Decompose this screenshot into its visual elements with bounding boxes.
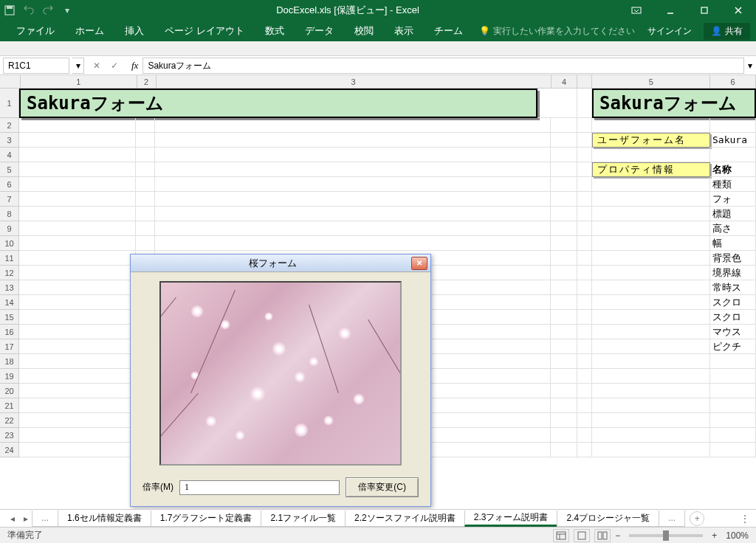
redo-icon[interactable] xyxy=(41,4,55,17)
tab-overflow[interactable]: ... xyxy=(32,511,58,527)
row-header[interactable]: 22 xyxy=(0,413,19,428)
cell[interactable]: ピクチ xyxy=(710,339,756,354)
cell[interactable] xyxy=(551,251,577,266)
cell[interactable] xyxy=(592,148,710,162)
dialog-close-button[interactable]: ✕ xyxy=(411,257,427,270)
cell[interactable] xyxy=(155,118,551,133)
tab-view[interactable]: 表示 xyxy=(384,21,424,41)
minimize-button[interactable] xyxy=(656,1,685,19)
cell[interactable] xyxy=(551,325,577,339)
cell[interactable] xyxy=(577,192,592,207)
zoom-level[interactable]: 100% xyxy=(726,530,749,541)
sheet-tab[interactable]: 1.6セル情報定義書 xyxy=(58,511,151,527)
tab-team[interactable]: チーム xyxy=(424,21,473,41)
view-pagelayout-icon[interactable] xyxy=(574,529,590,542)
row-header[interactable]: 7 xyxy=(0,192,19,207)
cell[interactable] xyxy=(19,280,136,295)
row-header[interactable]: 14 xyxy=(0,295,19,310)
cell[interactable]: プロパティ情報 xyxy=(592,162,710,177)
row-header[interactable]: 18 xyxy=(0,354,19,369)
cell[interactable] xyxy=(592,369,710,384)
cell[interactable] xyxy=(577,413,592,428)
cell[interactable]: フォ xyxy=(710,192,756,207)
cell[interactable] xyxy=(577,207,592,221)
cell[interactable]: 常時ス xyxy=(710,280,756,295)
row-header[interactable]: 8 xyxy=(0,207,19,221)
cell[interactable] xyxy=(577,295,592,310)
share-button[interactable]: 👤 共有 xyxy=(704,23,750,40)
cell[interactable] xyxy=(19,221,136,236)
cell[interactable] xyxy=(19,266,136,280)
cell[interactable] xyxy=(551,354,577,369)
cell[interactable] xyxy=(136,236,155,251)
cell[interactable] xyxy=(136,133,155,148)
cell[interactable] xyxy=(19,162,136,177)
enter-formula-icon[interactable]: ✓ xyxy=(106,58,123,74)
row-header[interactable]: 3 xyxy=(0,133,19,148)
cell[interactable] xyxy=(551,398,577,413)
sheet-tab[interactable]: 1.7グラフシート定義書 xyxy=(151,511,262,527)
tab-nav-prev[interactable]: ▸ xyxy=(19,511,32,526)
cell[interactable] xyxy=(577,280,592,295)
col-header[interactable]: 6 xyxy=(710,75,756,88)
cell[interactable]: 名称 xyxy=(710,162,756,177)
cell[interactable] xyxy=(136,148,155,162)
cell[interactable] xyxy=(136,207,155,221)
cell[interactable] xyxy=(592,118,710,133)
cell[interactable]: マウス xyxy=(710,325,756,339)
fx-icon[interactable]: fx xyxy=(131,60,138,72)
ratio-input[interactable] xyxy=(179,480,340,495)
zoom-in-button[interactable]: + xyxy=(712,530,717,541)
cell[interactable]: 背景色 xyxy=(710,251,756,266)
title-cell-2[interactable]: Sakuraフォーム xyxy=(592,89,756,118)
row-header[interactable]: 15 xyxy=(0,310,19,325)
row-header[interactable]: 11 xyxy=(0,251,19,266)
cell[interactable] xyxy=(551,339,577,354)
cell[interactable]: 高さ xyxy=(710,221,756,236)
cell[interactable] xyxy=(592,384,710,398)
cell[interactable] xyxy=(155,236,551,251)
col-header[interactable] xyxy=(577,75,592,88)
tab-formulas[interactable]: 数式 xyxy=(255,21,295,41)
tab-nav-first[interactable]: ◂ xyxy=(6,511,19,526)
cell[interactable] xyxy=(551,207,577,221)
cell[interactable] xyxy=(19,413,136,428)
cell[interactable]: 幅 xyxy=(710,236,756,251)
tab-pagelayout[interactable]: ページ レイアウト xyxy=(154,21,255,41)
tab-home[interactable]: ホーム xyxy=(65,21,114,41)
row-header[interactable]: 21 xyxy=(0,398,19,413)
row-header[interactable]: 19 xyxy=(0,369,19,384)
sheet-tab[interactable]: 2.3フォーム説明書 xyxy=(464,511,558,527)
cell[interactable] xyxy=(577,221,592,236)
ribbon-options-icon[interactable] xyxy=(622,1,651,19)
name-box-dropdown[interactable]: ▾ xyxy=(72,58,84,74)
cell[interactable] xyxy=(155,133,551,148)
cell[interactable] xyxy=(551,148,577,162)
tab-insert[interactable]: 挿入 xyxy=(114,21,154,41)
cell[interactable] xyxy=(19,354,136,369)
cell[interactable] xyxy=(577,148,592,162)
cell[interactable] xyxy=(592,266,710,280)
cell[interactable] xyxy=(551,162,577,177)
cell[interactable] xyxy=(710,369,756,384)
row-header[interactable]: 2 xyxy=(0,118,19,133)
cell[interactable] xyxy=(551,295,577,310)
name-box[interactable]: R1C1 xyxy=(3,58,69,74)
cell[interactable] xyxy=(710,398,756,413)
cell[interactable] xyxy=(19,325,136,339)
cell[interactable] xyxy=(551,443,577,457)
cell[interactable] xyxy=(710,148,756,162)
cell[interactable] xyxy=(577,251,592,266)
cell[interactable] xyxy=(577,89,592,118)
cell[interactable]: スクロ xyxy=(710,295,756,310)
new-sheet-button[interactable]: + xyxy=(690,511,704,526)
cell[interactable] xyxy=(577,133,592,148)
cell[interactable] xyxy=(710,443,756,457)
cell[interactable] xyxy=(551,428,577,443)
cell[interactable] xyxy=(592,443,710,457)
tab-overflow-right[interactable]: ... xyxy=(659,511,685,527)
cell[interactable] xyxy=(710,413,756,428)
cell[interactable] xyxy=(551,192,577,207)
cell[interactable] xyxy=(577,354,592,369)
cell[interactable] xyxy=(551,266,577,280)
